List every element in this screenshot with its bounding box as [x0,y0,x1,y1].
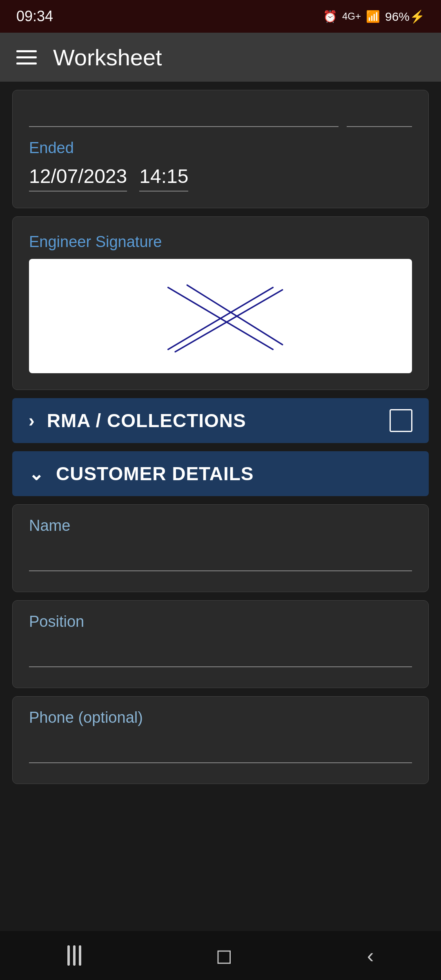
recents-button[interactable] [67,945,81,966]
customer-header-left: ⌄ CUSTOMER DETAILS [29,463,254,485]
customer-details-header[interactable]: ⌄ CUSTOMER DETAILS [12,451,429,496]
position-label: Position [29,613,412,630]
phone-input[interactable] [29,739,412,763]
started-date-input[interactable] [29,102,339,127]
rma-checkbox[interactable] [390,409,412,432]
svg-line-1 [187,285,282,345]
phone-field-card: Phone (optional) [12,696,429,784]
alarm-icon: ⏰ [323,10,337,23]
customer-details-title: CUSTOMER DETAILS [56,463,254,485]
ended-card: Ended 12/07/2023 14:15 [12,90,429,208]
phone-label: Phone (optional) [29,709,412,726]
engineer-signature-label: Engineer Signature [29,233,412,251]
position-field-card: Position [12,600,429,688]
signature-drawing [29,259,412,373]
ended-time[interactable]: 14:15 [139,165,188,192]
battery-indicator: 96%⚡ [385,9,425,24]
name-input[interactable] [29,547,412,571]
status-time: 09:34 [16,8,53,25]
menu-button[interactable] [16,50,37,65]
position-input[interactable] [29,643,412,667]
rma-collections-title: RMA / COLLECTIONS [47,410,246,432]
status-icons: ⏰ 4G+ 📶 96%⚡ [323,9,425,24]
status-bar: 09:34 ⏰ 4G+ 📶 96%⚡ [0,0,441,33]
started-time-input[interactable] [347,102,412,127]
signal-icon: 📶 [366,10,380,23]
name-field-card: Name [12,504,429,592]
ended-date-time-row: 12/07/2023 14:15 [29,165,412,192]
back-button[interactable]: ‹ [367,944,374,967]
rma-chevron-right-icon: › [29,410,35,431]
app-bar: Worksheet [0,33,441,82]
home-button[interactable]: ◻ [216,944,233,967]
svg-line-3 [175,290,283,352]
engineer-signature-card: Engineer Signature [12,216,429,390]
ended-date[interactable]: 12/07/2023 [29,165,127,192]
network-icon: 4G+ [342,11,361,22]
signature-canvas[interactable] [29,259,412,373]
rma-header-left: › RMA / COLLECTIONS [29,410,246,432]
top-inputs-row [29,102,412,127]
ended-label: Ended [29,139,412,157]
page-title: Worksheet [53,44,162,71]
customer-chevron-down-icon: ⌄ [29,463,44,484]
name-label: Name [29,517,412,535]
navigation-bar: ◻ ‹ [0,931,441,980]
rma-collections-header[interactable]: › RMA / COLLECTIONS [12,398,429,443]
main-content: Ended 12/07/2023 14:15 Engineer Signatur… [0,90,441,849]
